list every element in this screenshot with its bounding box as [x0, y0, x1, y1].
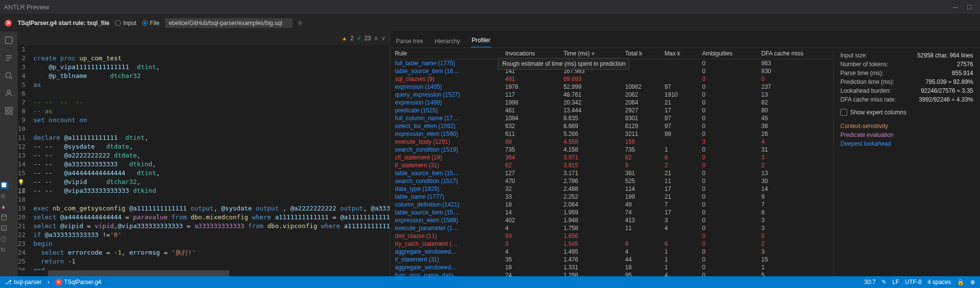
table-row[interactable]: data_type (1829)322.48811417014: [390, 185, 833, 193]
rule-cell[interactable]: execute_parameter (1…: [390, 224, 500, 232]
rule-cell[interactable]: sql_clauses (9): [390, 75, 500, 83]
tab-hierarchy[interactable]: Hierarchy: [434, 35, 461, 48]
table-row[interactable]: cfl_statement (19)3643.97182603: [390, 154, 833, 161]
table-row[interactable]: search_condition (1519)7354.1587351031: [390, 146, 833, 154]
rule-cell[interactable]: full_column_name (17…: [390, 114, 500, 122]
table-row[interactable]: try_catch_statement (…31.5458602: [390, 240, 833, 248]
table-row[interactable]: table_name (1777)332.2521992109: [390, 193, 833, 201]
rule-cell[interactable]: table_source_item (15…: [390, 209, 500, 216]
scrollbar-thumb[interactable]: [48, 270, 229, 276]
rail-selected-icon[interactable]: [0, 182, 8, 189]
status-project[interactable]: ⎇ tsql-parser: [5, 279, 42, 286]
text-icon[interactable]: [2, 51, 16, 65]
rule-cell[interactable]: try_catch_statement (…: [390, 240, 500, 248]
dfa-cell: 7: [757, 201, 833, 209]
table-row[interactable]: query_expression (1527)11748.76120621910…: [390, 91, 833, 99]
rule-cell[interactable]: table_source_item (15…: [390, 169, 500, 177]
col-maxk[interactable]: Max k: [660, 48, 697, 59]
rail-triangle-icon[interactable]: ▲: [0, 203, 8, 211]
table-row[interactable]: aggregate_windowed…181.33118101: [390, 263, 833, 271]
rail-db-icon[interactable]: [0, 214, 8, 222]
table-row[interactable]: if_statement (31)351.476441015: [390, 256, 833, 263]
table-row[interactable]: column_definition (1421)182.06449707: [390, 201, 833, 209]
table-row[interactable]: full_column_name (17…10948.635830197045: [390, 114, 833, 122]
input-radio[interactable]: Input: [115, 20, 136, 26]
col-dfa[interactable]: DFA cache miss: [757, 48, 833, 59]
rule-cell[interactable]: select_list_elem (1592): [390, 122, 500, 130]
stat-predict-v: 795.039 ≈ 92.89%: [926, 79, 973, 87]
svg-rect-3: [5, 107, 8, 110]
table-row[interactable]: if_statement (31)623.8159202: [390, 161, 833, 169]
rule-cell[interactable]: execute_body (1291): [390, 138, 500, 146]
status-indent[interactable]: 4 spaces: [928, 279, 951, 286]
rule-cell[interactable]: table_source_item (16…: [390, 67, 500, 75]
rule-cell[interactable]: expression_elem (1590): [390, 130, 500, 138]
table-row[interactable]: expression_elem (1589)4021.948413303: [390, 216, 833, 224]
file-radio[interactable]: File: [142, 20, 159, 26]
rule-cell[interactable]: search_condition (1517): [390, 177, 500, 185]
rule-cell[interactable]: if_statement (31): [390, 161, 500, 169]
table-row[interactable]: aggregate_windowed…41.4954103: [390, 248, 833, 256]
col-ambiguities[interactable]: Ambiguities: [697, 48, 757, 59]
table-row[interactable]: table_source_item (15…1273.17138121013: [390, 169, 833, 177]
rule-cell[interactable]: aggregate_windowed…: [390, 263, 500, 271]
rail-info-icon[interactable]: ⓘ: [0, 236, 8, 243]
rule-cell[interactable]: column_definition (1421): [390, 201, 500, 209]
minimize-icon[interactable]: —: [949, 0, 962, 14]
copy-icon[interactable]: ⎘: [298, 20, 302, 26]
chevron-down-icon[interactable]: ∨: [381, 35, 386, 42]
rail-target-icon[interactable]: ◎: [0, 192, 8, 200]
rule-cell[interactable]: dml_clause (11): [390, 232, 500, 240]
totalk-cell: 199: [620, 193, 660, 201]
rail-terminal-icon[interactable]: [0, 225, 8, 233]
table-row[interactable]: func_proc_name_data…241.29895405: [390, 271, 833, 276]
table-row[interactable]: execute_parameter (1…41.75811403: [390, 224, 833, 232]
rail-refresh-icon[interactable]: ↻: [0, 246, 8, 254]
grid-icon[interactable]: [2, 104, 16, 118]
table-row[interactable]: expression_elem (1590)6115.266321199026: [390, 130, 833, 138]
maxk-cell: 1910: [660, 91, 697, 99]
explorer-icon[interactable]: [2, 33, 16, 47]
rule-cell[interactable]: query_expression (1527): [390, 91, 500, 99]
table-row[interactable]: select_list_elem (1592)6326.669612997038: [390, 122, 833, 130]
rule-cell[interactable]: table_name (1777): [390, 193, 500, 201]
edit-icon[interactable]: ✎: [882, 279, 886, 286]
add-icon[interactable]: ⊕: [970, 279, 975, 286]
rule-cell[interactable]: expression (1495): [390, 83, 500, 91]
table-row[interactable]: expression (1498)199820.342206421082: [390, 99, 833, 106]
status-file[interactable]: ✕ TSqlParser.g4: [55, 279, 101, 286]
rule-cell[interactable]: expression_elem (1589): [390, 216, 500, 224]
status-line-col[interactable]: 30:7: [864, 279, 876, 286]
status-lf[interactable]: LF: [892, 279, 899, 286]
table-row[interactable]: predicate (1525)46113.444292717080: [390, 106, 833, 114]
rule-cell[interactable]: cfl_statement (19): [390, 154, 500, 161]
rule-cell[interactable]: full_table_name (1775): [390, 59, 500, 68]
rule-cell[interactable]: expression (1498): [390, 99, 500, 106]
person-icon[interactable]: [2, 86, 16, 100]
expert-columns-checkbox[interactable]: Show expert columns: [840, 109, 973, 116]
lock-icon[interactable]: 🔒: [957, 279, 964, 286]
rule-cell[interactable]: aggregate_windowed…: [390, 248, 500, 256]
table-row[interactable]: search_condition (1517)4702.78652511030: [390, 177, 833, 185]
rule-cell[interactable]: data_type (1829): [390, 185, 500, 193]
rule-cell[interactable]: func_proc_name_data…: [390, 271, 500, 276]
table-row[interactable]: expression (1495)197852.99910982970237: [390, 83, 833, 91]
rule-cell[interactable]: predicate (1525): [390, 106, 500, 114]
table-row[interactable]: table_source_item (15…141.959741708: [390, 209, 833, 216]
time-cell: 2.786: [559, 177, 620, 185]
horizontal-scrollbar[interactable]: [18, 270, 390, 276]
tab-parse-tree[interactable]: Parse tree: [395, 35, 424, 48]
status-encoding[interactable]: UTF-8: [905, 279, 922, 286]
table-row[interactable]: sql_clauses (9)48169.89300: [390, 75, 833, 83]
code-editor[interactable]: create proc up_com_test @p_vipa111111111…: [30, 45, 390, 270]
file-path-input[interactable]: [165, 18, 293, 28]
tab-profiler[interactable]: Profiler: [471, 34, 491, 48]
rule-cell[interactable]: search_condition (1519): [390, 146, 500, 154]
chevron-up-icon[interactable]: ∧: [374, 35, 378, 42]
rule-cell[interactable]: if_statement (31): [390, 256, 500, 263]
maximize-icon[interactable]: ☐: [962, 0, 976, 14]
col-rule[interactable]: Rule: [390, 48, 500, 59]
table-row[interactable]: dml_clause (11)931.65600: [390, 232, 833, 240]
table-row[interactable]: execute_body (1291)884.55815634: [390, 138, 833, 146]
search-icon[interactable]: [2, 69, 16, 82]
